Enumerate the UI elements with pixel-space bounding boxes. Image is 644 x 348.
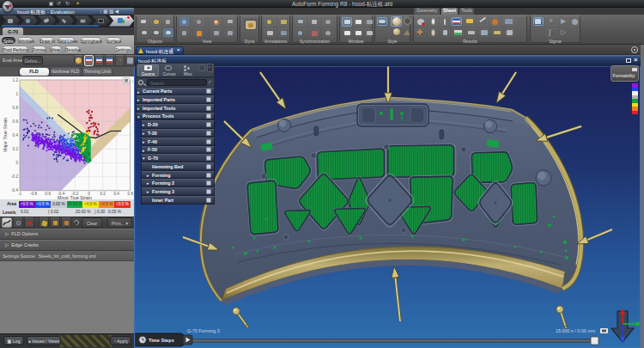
svg-text:1: 1 bbox=[15, 92, 18, 96]
svg-text:15.000 s / 0.00 mm: 15.000 s / 0.00 mm bbox=[556, 328, 596, 333]
svg-text:-0.4: -0.4 bbox=[11, 188, 18, 192]
svg-text:G-70 Forming 3: G-70 Forming 3 bbox=[187, 328, 220, 333]
svg-text:-0.6: -0.6 bbox=[44, 192, 51, 196]
svg-text:0.4: 0.4 bbox=[13, 133, 19, 137]
svg-text:0: 0 bbox=[15, 161, 18, 165]
svg-text:Major True Strain: Major True Strain bbox=[3, 118, 8, 152]
svg-text:0.2: 0.2 bbox=[13, 147, 19, 151]
svg-text:0.2: 0.2 bbox=[100, 192, 106, 196]
svg-text:-0.2: -0.2 bbox=[11, 174, 18, 179]
svg-text:0.6: 0.6 bbox=[128, 192, 134, 196]
svg-text:-0.8: -0.8 bbox=[30, 192, 37, 196]
svg-text:0.6: 0.6 bbox=[13, 119, 19, 124]
svg-text:›: › bbox=[132, 78, 134, 83]
svg-text:0.4: 0.4 bbox=[114, 192, 120, 196]
svg-text:1.2: 1.2 bbox=[13, 78, 19, 82]
svg-text:Time Steps: Time Steps bbox=[149, 338, 174, 343]
svg-text:-1: -1 bbox=[18, 192, 22, 196]
svg-text:0.8: 0.8 bbox=[13, 106, 19, 110]
